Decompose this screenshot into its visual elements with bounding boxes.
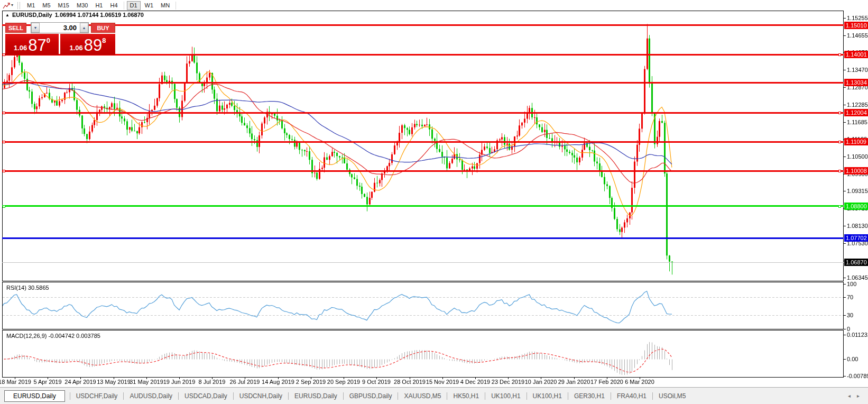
tab-divider <box>343 392 344 400</box>
horizontal-line-1.12004[interactable] <box>2 112 844 114</box>
date-label: 28 Oct 2019 <box>394 379 426 385</box>
macd-tick--0.007894: -0.007894 <box>847 373 868 379</box>
timeframe-button-h4[interactable]: H4 <box>107 1 121 10</box>
sell-price-big: 87 <box>28 36 46 55</box>
price-tick-1.10500-tick <box>844 157 846 157</box>
date-label: 24 Apr 2019 <box>64 379 96 385</box>
chart-tab-audusd-daily[interactable]: AUDUSD,Daily <box>126 391 176 401</box>
date-label: 19 Jun 2019 <box>163 379 196 385</box>
toolbar-separator <box>176 2 176 10</box>
date-label: 9 Oct 2019 <box>362 379 391 385</box>
price-tick-1.08130-tick <box>844 226 846 226</box>
horizontal-line-1.15010[interactable] <box>2 24 844 26</box>
line-handle-left-1.11009[interactable] <box>3 141 5 143</box>
price-line-badge-1.13034: 1.13034 <box>844 79 868 86</box>
buy-price-big: 89 <box>84 36 102 55</box>
line-handle-left-1.08800[interactable] <box>3 205 5 208</box>
horizontal-line-1.08800[interactable] <box>2 205 844 207</box>
chart-tab-uk100-h1[interactable]: UK100,H1 <box>488 391 523 401</box>
timeframe-button-m15[interactable]: M15 <box>55 1 72 10</box>
chart-tab-usdcad-daily[interactable]: USDCAD,Daily <box>181 391 230 401</box>
volume-input[interactable] <box>40 23 80 33</box>
tab-divider <box>527 392 527 400</box>
macd-tick-0.00-tick <box>844 359 846 360</box>
sell-price-prefix: 1.06 <box>14 44 27 52</box>
toolbar-grip[interactable] <box>17 2 20 9</box>
price-tick-1.10500: 1.10500 <box>847 154 868 160</box>
timeframe-button-w1[interactable]: W1 <box>142 1 157 10</box>
chart-tabs: EURUSD,DailyUSDCHF,DailyAUDUSD,DailyUSDC… <box>0 390 689 402</box>
sell-button[interactable]: SELL <box>5 23 26 33</box>
date-label: 2 Sep 2019 <box>296 379 326 385</box>
horizontal-line-1.14001[interactable] <box>2 54 844 56</box>
trading-terminal: ▾ M1M5M15M30H1H4D1W1MN ▲ EURUSD,Daily 1.… <box>0 0 868 404</box>
chart-canvas[interactable] <box>0 0 868 404</box>
tab-scroll-left-icon[interactable]: ◂ <box>848 393 851 399</box>
price-tick-1.06345: 1.06345 <box>847 275 868 281</box>
horizontal-line-1.11009[interactable] <box>2 141 844 143</box>
price-line-badge-1.07702: 1.07702 <box>844 234 868 242</box>
date-label: 23 Dec 2019 <box>492 379 524 385</box>
rsi-tick-30: 30 <box>847 313 853 318</box>
volume-increase-button[interactable]: ▲ <box>80 23 88 33</box>
line-handle-right-1.14001[interactable] <box>838 53 841 56</box>
price-line-badge-1.08800: 1.08800 <box>844 203 868 210</box>
line-handle-right-1.08800[interactable] <box>838 205 841 208</box>
chart-tab-gbpusd-daily[interactable]: GBPUSD,Daily <box>346 391 395 401</box>
date-label: 8 Jul 2019 <box>199 379 226 385</box>
tab-divider <box>568 392 568 400</box>
chart-tab-usdchf-daily[interactable]: USDCHF,Daily <box>73 391 121 401</box>
price-tick-1.12285-tick <box>844 105 846 105</box>
date-label: 15 Nov 2019 <box>426 379 459 385</box>
chart-tab-eurusd-daily[interactable]: EURUSD,Daily <box>291 391 340 401</box>
price-tick-1.11685-tick <box>844 122 846 123</box>
date-label: 10 Jan 2020 <box>525 379 557 385</box>
price-line-badge-1.15010: 1.15010 <box>844 22 868 29</box>
chart-tab-usoil-m5[interactable]: USOil,M5 <box>655 391 689 401</box>
line-handle-left-1.10008[interactable] <box>3 170 5 172</box>
chart-cursor-icon <box>3 2 11 9</box>
chart-tab-ger30-h1[interactable]: GER30,H1 <box>571 391 608 401</box>
date-label: 13 May 2019 <box>97 379 131 385</box>
horizontal-line-1.10008[interactable] <box>2 170 844 172</box>
buy-price-prefix: 1.06 <box>69 44 82 52</box>
chart-tab-hk50-h1[interactable]: HK50,H1 <box>450 391 482 401</box>
macd-label: MACD(12,26,9) -0.004742 0.003785 <box>6 333 100 339</box>
timeframe-button-h1[interactable]: H1 <box>92 1 106 10</box>
chart-tab-usdcnh-daily[interactable]: USDCNH,Daily <box>236 391 285 401</box>
timeframe-button-m5[interactable]: M5 <box>39 1 53 10</box>
chart-tab-fra40-h1[interactable]: FRA40,H1 <box>614 391 650 401</box>
volume-decrease-button[interactable]: ▼ <box>31 23 40 33</box>
price-tick-1.13470-tick <box>844 70 846 70</box>
tab-divider <box>288 392 289 400</box>
chart-tab-xauusd-m5[interactable]: XAUUSD,M5 <box>401 391 444 401</box>
price-tick-1.13470: 1.13470 <box>847 67 868 73</box>
line-handle-right-1.12004[interactable] <box>838 112 841 114</box>
chart-tab-uk100-h1[interactable]: UK100,H1 <box>530 391 565 401</box>
rsi-tick-30-tick <box>844 315 846 316</box>
timeframe-button-d1[interactable]: D1 <box>127 1 141 10</box>
line-handle-right-1.10008[interactable] <box>838 170 841 172</box>
chart-tab-eurusd-daily[interactable]: EURUSD,Daily <box>4 390 65 402</box>
rsi-tick-0-tick <box>844 329 846 329</box>
tab-divider <box>485 392 485 400</box>
sell-price-tile[interactable]: 1.06 87 0 <box>5 34 59 55</box>
timeframe-button-mn[interactable]: MN <box>158 1 173 10</box>
price-tick-1.12285: 1.12285 <box>847 102 868 108</box>
tab-scroll-right-icon[interactable]: ▸ <box>857 393 860 399</box>
buy-price-tile[interactable]: 1.06 89 8 <box>60 34 115 55</box>
horizontal-line-1.07702[interactable] <box>2 237 844 239</box>
tab-divider <box>123 392 124 400</box>
date-label: 20 Sep 2019 <box>327 379 360 385</box>
chart-cursor-tool[interactable]: ▾ <box>2 2 14 9</box>
trade-panel-collapse-icon[interactable]: ▲ <box>5 13 10 17</box>
toolbar-separator <box>124 2 124 10</box>
line-handle-right-1.11009[interactable] <box>838 141 841 143</box>
timeframe-button-m30[interactable]: M30 <box>73 1 91 10</box>
tab-divider <box>233 392 234 400</box>
tab-scroll-arrows: ◂ ▸ <box>848 393 860 399</box>
buy-button[interactable]: BUY <box>91 23 115 33</box>
timeframe-button-m1[interactable]: M1 <box>24 1 38 10</box>
horizontal-line-1.13034[interactable] <box>2 82 844 84</box>
line-handle-left-1.12004[interactable] <box>3 112 5 114</box>
